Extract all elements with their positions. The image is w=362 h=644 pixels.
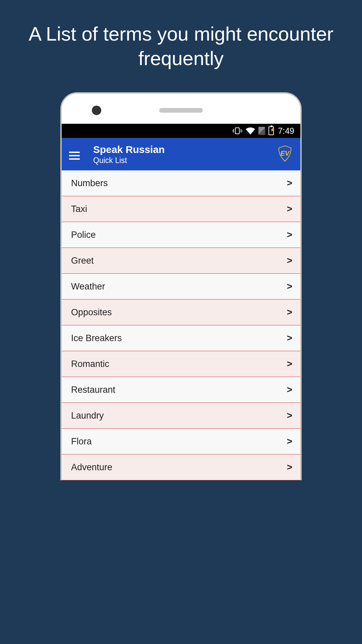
hamburger-menu-icon[interactable]: [69, 152, 80, 160]
list-item-flora[interactable]: Flora >: [62, 429, 300, 454]
phone-top-hardware: [62, 102, 300, 119]
chevron-right-icon: >: [287, 359, 292, 369]
list-item-label: Police: [71, 230, 96, 240]
list-item-label: Greet: [71, 256, 94, 266]
phone-frame: 7:49 Speak Russian Quick List EV Numbers…: [60, 92, 302, 480]
chevron-right-icon: >: [287, 307, 292, 318]
speaker-grille: [159, 108, 203, 113]
list-item-police[interactable]: Police >: [62, 222, 300, 248]
list-item-taxi[interactable]: Taxi >: [62, 196, 300, 222]
chevron-right-icon: >: [287, 255, 292, 266]
status-icons: [232, 126, 274, 135]
chevron-right-icon: >: [287, 333, 292, 343]
camera-dot: [92, 106, 101, 115]
chevron-right-icon: >: [287, 410, 292, 421]
list-item-greet[interactable]: Greet >: [62, 248, 300, 274]
list-item-weather[interactable]: Weather >: [62, 274, 300, 300]
vibrate-icon: [232, 127, 242, 135]
list-item-label: Taxi: [71, 204, 87, 214]
app-title: Speak Russian: [93, 144, 165, 155]
list-item-label: Ice Breakers: [71, 333, 122, 343]
chevron-right-icon: >: [287, 229, 292, 240]
list-item-opposites[interactable]: Opposites >: [62, 300, 300, 325]
no-sim-icon: [258, 127, 265, 135]
list-item-label: Opposites: [71, 307, 112, 318]
chevron-right-icon: >: [287, 384, 292, 395]
wifi-icon: [246, 127, 255, 135]
list-item-label: Romantic: [71, 359, 109, 369]
app-subtitle: Quick List: [93, 156, 165, 165]
chevron-right-icon: >: [287, 204, 292, 214]
list-item-numbers[interactable]: Numbers >: [62, 170, 300, 196]
list-item-laundry[interactable]: Laundry >: [62, 403, 300, 429]
app-header: Speak Russian Quick List EV: [62, 138, 300, 170]
chevron-right-icon: >: [287, 178, 292, 189]
android-status-bar: 7:49: [62, 124, 300, 138]
header-titles: Speak Russian Quick List: [93, 144, 165, 165]
status-time: 7:49: [278, 126, 294, 136]
app-logo-shield-icon[interactable]: EV: [278, 146, 292, 163]
chevron-right-icon: >: [287, 281, 292, 292]
category-list: Numbers > Taxi > Police > Greet > Weathe…: [62, 170, 300, 480]
list-item-restaurant[interactable]: Restaurant >: [62, 377, 300, 403]
list-item-adventure[interactable]: Adventure >: [62, 454, 300, 480]
list-item-label: Laundry: [71, 411, 104, 421]
list-item-label: Adventure: [71, 462, 112, 473]
list-item-label: Restaurant: [71, 385, 115, 395]
promo-heading: A List of terms you might encounter freq…: [0, 0, 362, 84]
chevron-right-icon: >: [287, 436, 292, 447]
list-item-ice-breakers[interactable]: Ice Breakers >: [62, 325, 300, 351]
list-item-label: Weather: [71, 281, 105, 292]
chevron-right-icon: >: [287, 462, 292, 473]
list-item-romantic[interactable]: Romantic >: [62, 351, 300, 377]
list-item-label: Flora: [71, 436, 92, 447]
list-item-label: Numbers: [71, 178, 108, 189]
battery-charging-icon: [268, 126, 274, 135]
svg-text:EV: EV: [281, 150, 290, 157]
svg-rect-0: [235, 128, 239, 134]
